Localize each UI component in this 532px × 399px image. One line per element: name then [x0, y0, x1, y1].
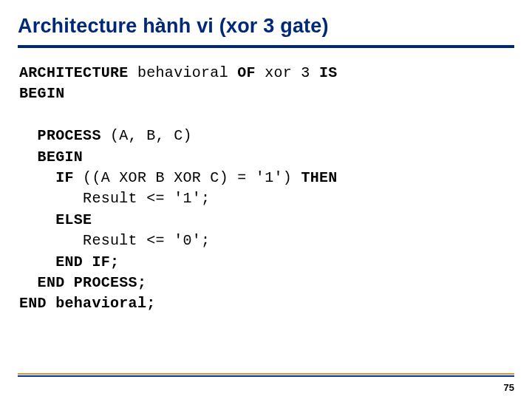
title-divider	[18, 45, 514, 48]
code-block: ARCHITECTURE behavioral OF xor 3 IS BEGI…	[19, 63, 514, 315]
kw-begin: BEGIN	[19, 85, 65, 102]
footer-rule-blue	[18, 375, 514, 377]
kw-is: IS	[319, 64, 338, 81]
kw-endbehavioral: END behavioral;	[19, 295, 156, 312]
code-text: ((A XOR B XOR C) = '1')	[74, 169, 301, 186]
kw-architecture: ARCHITECTURE	[19, 64, 129, 81]
slide: Architecture hành vi (xor 3 gate) ARCHIT…	[0, 0, 532, 399]
code-text: Result <= '1';	[19, 190, 210, 207]
code-text: behavioral	[129, 64, 238, 81]
code-text: (A, B, C)	[101, 127, 192, 144]
kw-begin-inner: BEGIN	[19, 149, 83, 166]
code-text: Result <= '0';	[19, 232, 210, 249]
page-number: 75	[504, 382, 514, 393]
kw-else: ELSE	[19, 211, 92, 228]
kw-if: IF	[19, 169, 74, 186]
kw-of: OF	[237, 64, 256, 81]
code-text: xor 3	[256, 64, 319, 81]
footer-rule-gold	[18, 373, 514, 375]
kw-then: THEN	[301, 169, 337, 186]
kw-process: PROCESS	[19, 127, 101, 144]
footer-divider	[18, 373, 514, 377]
slide-title: Architecture hành vi (xor 3 gate)	[18, 15, 514, 38]
kw-endprocess: END PROCESS;	[19, 274, 146, 291]
kw-endif: END IF;	[19, 253, 119, 270]
